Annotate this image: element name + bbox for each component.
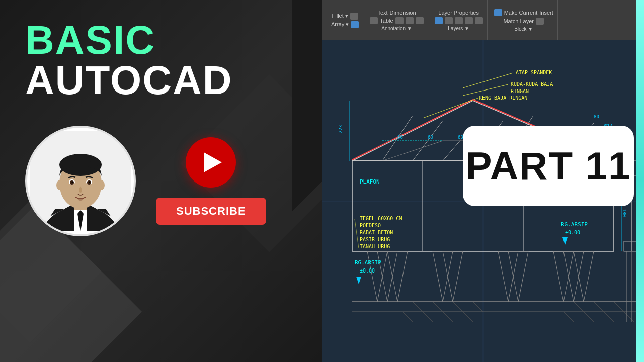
svg-text:KUDA-KUDA BAJA: KUDA-KUDA BAJA [511,81,553,87]
layer-icon2[interactable] [445,17,453,24]
right-buttons: SUBSCRIBE [156,137,266,225]
table-label[interactable]: Table [380,18,393,24]
toolbar-group-fillet: Fillet ▾ Array ▾ [327,0,363,40]
matchlayer-icon[interactable] [536,18,544,25]
matchlayer-label[interactable]: Match Layer [503,18,534,24]
toolbar-group-layer: Layer Properties Layers ▼ [431,0,488,40]
svg-text:223: 223 [338,125,343,133]
toolbar-makecurrent-row: Make Current Insert [494,9,553,16]
right-panel: Fillet ▾ Array ▾ Text Dimension Table [322,0,644,362]
svg-text:RABAT BETON: RABAT BETON [360,230,393,235]
svg-text:RINGAN: RINGAN [511,88,529,94]
makecurrent-label[interactable]: Make Current [504,10,538,16]
svg-text:TANAH URUG: TANAH URUG [360,244,390,249]
svg-text:TEGEL 60X60 CM: TEGEL 60X60 CM [360,216,402,221]
dim-icon3[interactable] [416,17,424,24]
fillet-label: Fillet ▾ [332,13,348,19]
svg-text:60: 60 [397,135,403,140]
title-basic: BASIC [25,20,155,60]
text-label[interactable]: Text [377,10,387,16]
svg-text:RG.ARSIP: RG.ARSIP [561,221,588,228]
teal-accent-right [636,0,644,362]
svg-text:PASIR URUG: PASIR URUG [360,237,390,242]
svg-point-18 [89,182,91,183]
toolbar-group-block: Make Current Insert Match Layer Block ▼ [490,0,558,40]
makecurrent-icon[interactable] [494,9,502,16]
toolbar-fillet-row: Fillet ▾ [332,13,358,20]
toolbar-array-row: Array ▾ [331,21,359,28]
toolbar-table-row: Table [370,17,423,24]
left-panel: BASIC AUTOCAD [0,0,322,362]
insert-label[interactable]: Insert [539,10,553,16]
layer-icon3[interactable] [455,17,463,24]
layer-icon4[interactable] [465,17,473,24]
person-image [30,131,131,231]
layer-properties-label[interactable]: Layer Properties [438,10,479,16]
svg-point-12 [98,180,105,190]
svg-point-11 [56,180,63,190]
toolbar-layer-icons [435,17,483,24]
diagonal-separator [292,0,322,362]
bottom-section: SUBSCRIBE [25,126,266,236]
dim-icon2[interactable] [406,17,414,24]
layers-label: Layers ▼ [448,26,469,31]
annotation-label: Annotation ▼ [381,26,412,31]
svg-text:RENG BAJA RINGAN: RENG BAJA RINGAN [479,95,527,101]
toolbar-text-row: Text Dimension [377,10,416,16]
block-label: Block ▼ [514,26,533,32]
part-text: PART 11 [466,143,631,189]
svg-text:80: 80 [594,114,599,119]
array-label: Array ▾ [331,21,349,28]
play-button[interactable] [186,137,236,188]
svg-text:180: 180 [622,209,627,217]
svg-text:60: 60 [428,135,433,140]
toolbar-matchlayer-row: Match Layer [503,18,544,25]
layer-icon1[interactable] [435,17,443,24]
fillet-icon[interactable] [350,13,358,20]
svg-text:PLAFON: PLAFON [360,178,380,185]
svg-point-19 [78,198,83,201]
part-badge: PART 11 [463,126,634,206]
svg-text:±0.00: ±0.00 [565,230,580,235]
subscribe-button[interactable]: SUBSCRIBE [156,198,266,225]
svg-text:POEDESO: POEDESO [360,223,381,228]
svg-text:±0.00: ±0.00 [360,268,375,274]
table-icon[interactable] [370,17,378,24]
array-icon[interactable] [351,21,359,28]
svg-point-17 [72,182,73,183]
drawing-canvas: 60 60 60 60 60 223 Ø14 80 ATAP SPANDEK K… [322,40,644,362]
page-container: BASIC AUTOCAD [0,0,644,362]
avatar [25,126,136,236]
play-icon [204,152,222,172]
toolbar-layer-row: Layer Properties [438,10,479,16]
title-autocad: AUTOCAD [25,60,233,101]
layer-icon5[interactable] [475,17,483,24]
toolbar-group-text: Text Dimension Table Annotation ▼ [366,0,428,40]
dim-icon[interactable] [395,17,404,24]
toolbar: Fillet ▾ Array ▾ Text Dimension Table [322,0,644,40]
svg-text:RG.ARSIP: RG.ARSIP [355,259,381,266]
svg-text:ATAP SPANDEK: ATAP SPANDEK [516,70,552,75]
dimension-label[interactable]: Dimension [390,10,416,16]
